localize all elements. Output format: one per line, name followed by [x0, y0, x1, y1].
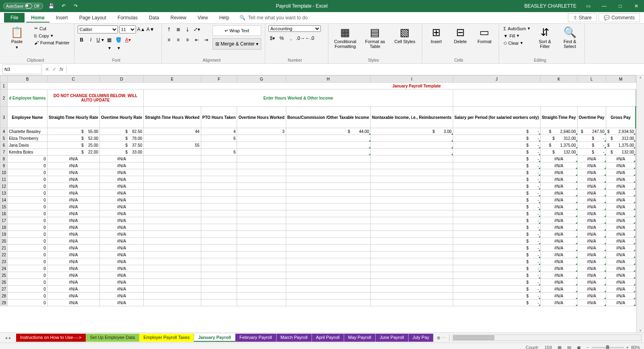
- tab-formulas[interactable]: Formulas: [113, 13, 142, 23]
- zoom-slider[interactable]: [592, 347, 624, 348]
- font-color-button[interactable]: A▾: [124, 36, 132, 44]
- header-M[interactable]: Gross Pay: [606, 107, 636, 128]
- sort-filter-button[interactable]: ⇵Sort & Filter: [534, 25, 556, 50]
- row-header-22[interactable]: 22: [0, 251, 8, 258]
- delete-cells-button[interactable]: ⊟Delete: [450, 25, 471, 45]
- header-C[interactable]: Straight-Time Hourly Rate: [47, 107, 99, 128]
- comma-icon[interactable]: ,: [287, 34, 295, 42]
- header-E[interactable]: Straight-Time Hours Worked: [144, 107, 201, 128]
- increase-font-icon[interactable]: A▲: [137, 25, 145, 33]
- row-header-21[interactable]: 21: [0, 245, 8, 251]
- header-D[interactable]: Overtime Hourly Rate: [100, 107, 144, 128]
- tab-insert[interactable]: Insert: [51, 13, 73, 23]
- row-header-25[interactable]: 25: [0, 272, 8, 279]
- copy-button[interactable]: ⎘ Copy ▾: [33, 33, 71, 39]
- row-header-28[interactable]: 28: [0, 293, 8, 299]
- sheet-tab[interactable]: March Payroll: [277, 334, 312, 342]
- decrease-indent-icon[interactable]: ⇤: [193, 36, 201, 44]
- decrease-font-icon[interactable]: A▼: [147, 25, 155, 33]
- cell-B7[interactable]: Kendra Boles: [8, 149, 47, 156]
- view-layout-icon[interactable]: ▤: [567, 345, 571, 349]
- new-sheet-button[interactable]: ⊕ ⋯: [433, 334, 450, 341]
- tab-view[interactable]: View: [193, 13, 213, 23]
- column-header-K[interactable]: K: [540, 76, 577, 83]
- fill-color-button[interactable]: 🪣▾: [115, 36, 123, 44]
- tab-review[interactable]: Review: [165, 13, 191, 23]
- row-header-1[interactable]: 1: [0, 83, 8, 89]
- maximize-icon[interactable]: □: [616, 3, 625, 9]
- sheet-tab[interactable]: Instructions on How to Use---->: [16, 334, 86, 342]
- row-header-13[interactable]: 13: [0, 190, 8, 197]
- row-header-4[interactable]: 4: [0, 128, 8, 135]
- column-header-G[interactable]: G: [237, 76, 286, 83]
- sheet-tab[interactable]: January Payroll: [194, 334, 235, 342]
- column-header-J[interactable]: J: [453, 76, 540, 83]
- conditional-formatting-button[interactable]: ▦Conditional Formatting: [332, 25, 359, 50]
- column-header-F[interactable]: F: [201, 76, 237, 83]
- row-header-5[interactable]: 5: [0, 135, 8, 142]
- clear-button[interactable]: ◇ Clear ▾: [502, 40, 531, 46]
- enter-formula-icon[interactable]: ✓: [52, 66, 56, 72]
- sheet-tab[interactable]: June Payroll: [376, 334, 409, 342]
- paste-button[interactable]: 📋Paste ▾: [3, 25, 31, 51]
- tab-file[interactable]: File: [4, 13, 25, 23]
- row-header-14[interactable]: 14: [0, 197, 8, 204]
- row-header-16[interactable]: 16: [0, 210, 8, 217]
- row-header-19[interactable]: 19: [0, 231, 8, 238]
- row-header-6[interactable]: 6: [0, 142, 8, 149]
- row-header-26[interactable]: 26: [0, 279, 8, 286]
- view-normal-icon[interactable]: ▦: [557, 345, 561, 349]
- tab-page-layout[interactable]: Page Layout: [74, 13, 111, 23]
- undo-icon[interactable]: ↶: [60, 3, 67, 9]
- cell-B4[interactable]: Charlette Beasley: [8, 128, 47, 135]
- header-G[interactable]: Overtime Hours Worked: [237, 107, 286, 128]
- row-header-20[interactable]: 20: [0, 238, 8, 245]
- tell-me-search[interactable]: 🔍 Tell me what you want to do: [239, 15, 308, 21]
- decrease-decimal-icon[interactable]: ←.0: [305, 34, 314, 42]
- ribbon-display-icon[interactable]: ▭: [584, 3, 592, 9]
- name-box[interactable]: [2, 64, 42, 74]
- header-B[interactable]: Employee Name: [8, 107, 47, 128]
- fill-button[interactable]: ▼ Fill ▾: [502, 33, 531, 39]
- cancel-formula-icon[interactable]: ✕: [45, 66, 49, 72]
- zoom-in-icon[interactable]: +: [626, 345, 629, 349]
- align-left-icon[interactable]: ≡: [165, 36, 173, 44]
- align-bottom-icon[interactable]: ⭳: [184, 25, 192, 33]
- insert-cells-button[interactable]: ⊞Insert: [425, 25, 447, 45]
- format-as-table-button[interactable]: ▤Format as Table: [361, 25, 389, 50]
- underline-button[interactable]: U ▾: [96, 36, 104, 44]
- tab-nav-buttons[interactable]: ◂ ▸: [0, 335, 16, 341]
- header-H[interactable]: Bonus/Commission /Other Taxable Income: [286, 107, 370, 128]
- formula-input[interactable]: [66, 65, 642, 73]
- row-header-2[interactable]: 2: [0, 89, 8, 107]
- minimize-icon[interactable]: —: [600, 3, 609, 9]
- number-format-select[interactable]: Accounting: [268, 25, 321, 32]
- tab-home[interactable]: Home: [26, 13, 49, 23]
- row-header-24[interactable]: 24: [0, 265, 8, 272]
- cut-button[interactable]: ✂ Cut: [33, 25, 71, 31]
- bold-button[interactable]: B: [78, 36, 86, 44]
- format-painter-button[interactable]: 🖌 Format Painter: [33, 40, 71, 46]
- row-header-15[interactable]: 15: [0, 204, 8, 210]
- zoom-out-icon[interactable]: −: [586, 345, 589, 349]
- row-header-11[interactable]: 11: [0, 176, 8, 183]
- increase-decimal-icon[interactable]: .0→: [296, 34, 304, 42]
- row-header-18[interactable]: 18: [0, 224, 8, 231]
- cell-B6[interactable]: Jana Davis: [8, 142, 47, 149]
- column-header-L[interactable]: L: [577, 76, 606, 83]
- header-F[interactable]: PTO Hours Taken: [201, 107, 237, 128]
- vertical-scrollbar[interactable]: [636, 75, 644, 332]
- row-header-12[interactable]: 12: [0, 183, 8, 190]
- borders-button[interactable]: ▦ ▾: [105, 36, 114, 44]
- increase-indent-icon[interactable]: ⇥: [202, 36, 210, 44]
- font-name-select[interactable]: Calibri: [78, 25, 118, 33]
- column-header-E[interactable]: E: [144, 76, 201, 83]
- wrap-text-button[interactable]: ↵ Wrap Text: [213, 25, 261, 36]
- format-cells-button[interactable]: ▭Format: [474, 25, 495, 45]
- close-icon[interactable]: ✕: [632, 3, 641, 9]
- column-header-M[interactable]: M: [606, 76, 636, 83]
- header-J[interactable]: Salary per Period (for salaried workers …: [453, 107, 540, 128]
- percent-icon[interactable]: %: [278, 34, 286, 42]
- currency-icon[interactable]: $▾: [268, 34, 277, 42]
- sheet-tab[interactable]: Set Up Employee Data: [86, 334, 140, 342]
